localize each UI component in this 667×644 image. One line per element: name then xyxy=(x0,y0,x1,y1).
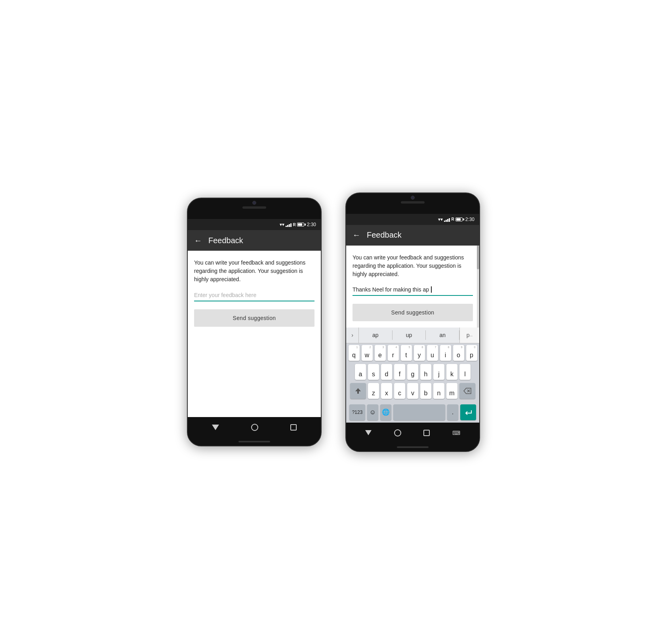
key-e[interactable]: 3e xyxy=(375,345,386,361)
phone-1: ▾▾ R 2:30 ← Feedback You can write y xyxy=(187,198,322,446)
send-suggestion-button-2[interactable]: Send suggestion xyxy=(353,304,473,321)
app-content-2: You can write your feedback and suggesti… xyxy=(346,246,479,328)
key-n[interactable]: n xyxy=(433,383,444,399)
key-f[interactable]: f xyxy=(394,364,405,380)
back-button-2[interactable]: ← xyxy=(353,231,360,240)
r-badge-2: R xyxy=(451,217,454,221)
key-num-9: 9 xyxy=(461,346,463,349)
status-time-2: 2:30 xyxy=(465,217,475,222)
back-nav-1[interactable] xyxy=(212,425,219,430)
signal-bar-2-2 xyxy=(446,220,447,222)
description-text-1: You can write your feedback and suggesti… xyxy=(194,259,314,284)
scrollbar-2[interactable] xyxy=(477,246,479,328)
signal-bar-1 xyxy=(286,226,287,227)
battery-fill-2 xyxy=(456,218,461,221)
recents-nav-2[interactable] xyxy=(423,430,430,436)
key-v[interactable]: v xyxy=(407,383,418,399)
key-r[interactable]: 4r xyxy=(388,345,399,361)
status-time-1: 2:30 xyxy=(307,222,316,227)
keyboard-area-2: › ap up an p... 1q 2w 3e 4r 5t 6y 7u 8i xyxy=(346,328,479,423)
key-g[interactable]: g xyxy=(407,364,418,380)
key-s[interactable]: s xyxy=(368,364,379,380)
key-j[interactable]: j xyxy=(433,364,444,380)
key-emoji[interactable]: ☺ xyxy=(367,404,378,420)
key-num-6: 6 xyxy=(422,346,423,349)
r-badge-1: R xyxy=(293,223,295,227)
phone-bottom-bar-1 xyxy=(188,438,321,446)
phone-top-2 xyxy=(346,193,479,214)
suggestion-ap[interactable]: ap xyxy=(359,330,393,340)
key-p[interactable]: 0p xyxy=(466,345,477,361)
key-a[interactable]: a xyxy=(355,364,366,380)
back-button-1[interactable]: ← xyxy=(194,236,202,245)
suggestion-p[interactable]: p... xyxy=(459,328,479,343)
front-camera-1 xyxy=(252,201,256,205)
key-z[interactable]: z xyxy=(368,383,379,399)
home-nav-1[interactable] xyxy=(251,424,258,431)
key-l[interactable]: l xyxy=(459,364,471,380)
key-backspace[interactable] xyxy=(459,383,475,399)
feedback-input-1[interactable] xyxy=(194,292,314,301)
typed-text-2: Thanks Neel for making this ap xyxy=(353,286,429,293)
signal-bars-1 xyxy=(286,222,292,227)
key-globe[interactable]: 🌐 xyxy=(380,404,391,420)
enter-icon xyxy=(464,409,472,415)
status-icons-2: ▾▾ R 2:30 xyxy=(438,217,475,222)
app-bar-1: ← Feedback xyxy=(188,230,321,251)
key-h[interactable]: h xyxy=(420,364,431,380)
bottom-bar-line-1 xyxy=(238,441,270,442)
phone-device-2: ▾▾ R 2:30 ← Feedback You ca xyxy=(345,192,480,452)
keyboard-toggle-2[interactable]: ⌨ xyxy=(452,430,460,436)
key-b[interactable]: b xyxy=(420,383,431,399)
phone-2: ▾▾ R 2:30 ← Feedback You ca xyxy=(345,192,480,452)
send-suggestion-button-1[interactable]: Send suggestion xyxy=(194,309,314,327)
key-w[interactable]: 2w xyxy=(362,345,373,361)
battery-fill-1 xyxy=(298,223,302,226)
key-row-2: a s d f g h j k l xyxy=(348,364,478,380)
key-y[interactable]: 6y xyxy=(414,345,425,361)
phone-device-1: ▾▾ R 2:30 ← Feedback You can write y xyxy=(187,198,322,446)
signal-bar-2-3 xyxy=(447,219,448,222)
feedback-input-area-2[interactable]: Thanks Neel for making this ap xyxy=(353,286,473,296)
key-x[interactable]: x xyxy=(381,383,392,399)
key-enter[interactable] xyxy=(460,404,476,420)
key-u[interactable]: 7u xyxy=(427,345,438,361)
key-d[interactable]: d xyxy=(381,364,392,380)
key-m[interactable]: m xyxy=(446,383,457,399)
backspace-icon xyxy=(463,388,471,394)
phone-notch-1 xyxy=(188,198,321,209)
suggestion-an[interactable]: an xyxy=(426,330,459,340)
bottom-bar-line-2 xyxy=(397,446,429,448)
suggestion-up[interactable]: up xyxy=(393,330,426,340)
status-icons-1: ▾▾ R 2:30 xyxy=(280,222,316,227)
key-shift[interactable] xyxy=(350,383,366,399)
key-num-4: 4 xyxy=(396,346,397,349)
back-nav-2[interactable] xyxy=(365,430,372,435)
key-c[interactable]: c xyxy=(394,383,405,399)
app-content-wrapper-2: You can write your feedback and suggesti… xyxy=(346,246,479,328)
key-123[interactable]: ?123 xyxy=(349,404,365,420)
key-i[interactable]: 8i xyxy=(440,345,451,361)
suggestion-expand-2[interactable]: › xyxy=(346,327,359,343)
key-period[interactable]: . xyxy=(447,404,458,420)
key-k[interactable]: k xyxy=(446,364,457,380)
battery-icon-1 xyxy=(297,223,304,227)
signal-bar-2-1 xyxy=(444,221,445,222)
recents-nav-1[interactable] xyxy=(290,424,297,431)
key-num-3: 3 xyxy=(383,346,384,349)
suggestions-bar-2: › ap up an p... xyxy=(346,328,479,343)
key-num-5: 5 xyxy=(409,346,410,349)
signal-bar-4 xyxy=(290,223,292,227)
description-text-2: You can write your feedback and suggesti… xyxy=(353,253,473,278)
key-q[interactable]: 1q xyxy=(349,345,360,361)
nav-bar-1 xyxy=(188,417,321,438)
home-nav-2[interactable] xyxy=(394,429,401,436)
typed-input-2[interactable]: Thanks Neel for making this ap xyxy=(353,286,473,296)
key-o[interactable]: 9o xyxy=(453,345,464,361)
feedback-input-area-1[interactable] xyxy=(194,292,314,301)
app-title-2: Feedback xyxy=(367,231,402,240)
key-num-0: 0 xyxy=(474,346,476,349)
speaker-1 xyxy=(242,206,266,209)
key-space[interactable] xyxy=(393,404,445,420)
key-t[interactable]: 5t xyxy=(401,345,412,361)
